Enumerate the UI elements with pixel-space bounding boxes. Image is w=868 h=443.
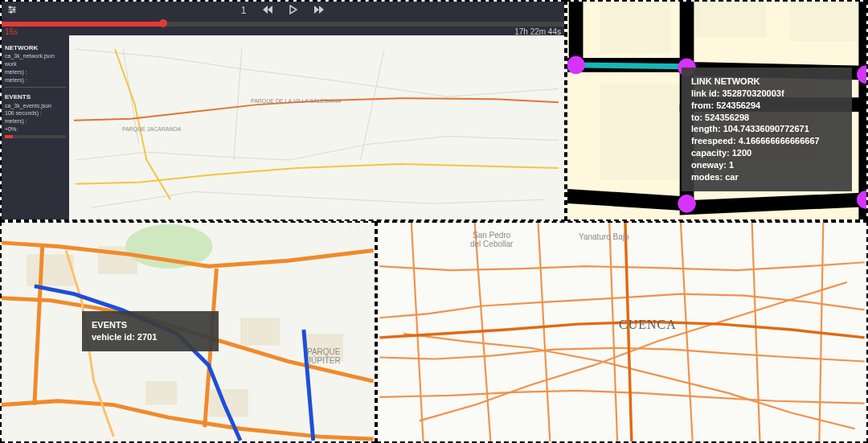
map-label-sanpedro: San Pedro del Cebollar — [470, 231, 513, 248]
timeline-knob[interactable] — [159, 19, 167, 27]
settings-icon[interactable] — [6, 4, 18, 18]
playback-speed: 1 — [241, 5, 247, 16]
play-icon[interactable] — [289, 5, 297, 17]
time-total: 17h 22m 44s — [514, 27, 561, 36]
map-label-salesiana: PARQUE DE LA VILLA SALESIANA — [251, 98, 341, 104]
svg-rect-5 — [790, 2, 862, 41]
city-label-cuenca: CUENCA — [619, 318, 677, 332]
svg-line-8 — [576, 65, 687, 67]
toolbar: 1 — [2, 2, 564, 19]
panel-simulation-player: PARQUE DE LA VILLA SALESIANA PARQUE JACA… — [0, 0, 566, 221]
svg-rect-6 — [600, 84, 679, 179]
svg-rect-4 — [694, 2, 766, 37]
map-label-jacaranda: PARQUE JACARANDA — [122, 126, 181, 132]
timeline[interactable]: 16s 17h 22m 44s — [2, 19, 564, 35]
svg-rect-3 — [600, 2, 671, 53]
time-current: 16s — [5, 27, 18, 36]
tooltip-title: EVENTS — [92, 319, 209, 331]
map-label-yanaturo: Yanaturo Bajo — [579, 232, 629, 241]
map-label-jupiter: PARQUE JÚPITER — [307, 347, 375, 365]
svg-rect-16 — [240, 318, 280, 345]
panel-link-network: LINK NETWORK link id: 352870320003f from… — [566, 0, 868, 221]
svg-point-13 — [678, 195, 696, 212]
svg-point-0 — [10, 6, 11, 7]
sidebar-events-title: EVENTS — [5, 92, 66, 101]
svg-point-9 — [567, 56, 584, 74]
svg-point-1 — [13, 8, 14, 10]
panel-events: PARQUE JÚPITER EVENTS vehicle id: 2701 — [0, 221, 376, 443]
tooltip-link-network: LINK NETWORK link id: 352870320003f from… — [682, 68, 852, 191]
city-map — [378, 223, 866, 441]
sidebar-network-title: NETWORK — [5, 43, 66, 52]
rewind-icon[interactable] — [262, 5, 273, 17]
sidebar: NETWORK ca_3k_network.json work meters) … — [2, 35, 69, 219]
svg-point-2 — [10, 10, 12, 12]
panel-city-overview: CUENCA San Pedro del Cebollar Yanaturo B… — [376, 221, 868, 443]
forward-icon[interactable] — [313, 5, 325, 17]
tooltip-events: EVENTS vehicle id: 2701 — [82, 311, 219, 351]
tooltip-title: LINK NETWORK — [691, 76, 842, 88]
svg-rect-14 — [27, 254, 74, 285]
svg-rect-18 — [145, 381, 177, 405]
